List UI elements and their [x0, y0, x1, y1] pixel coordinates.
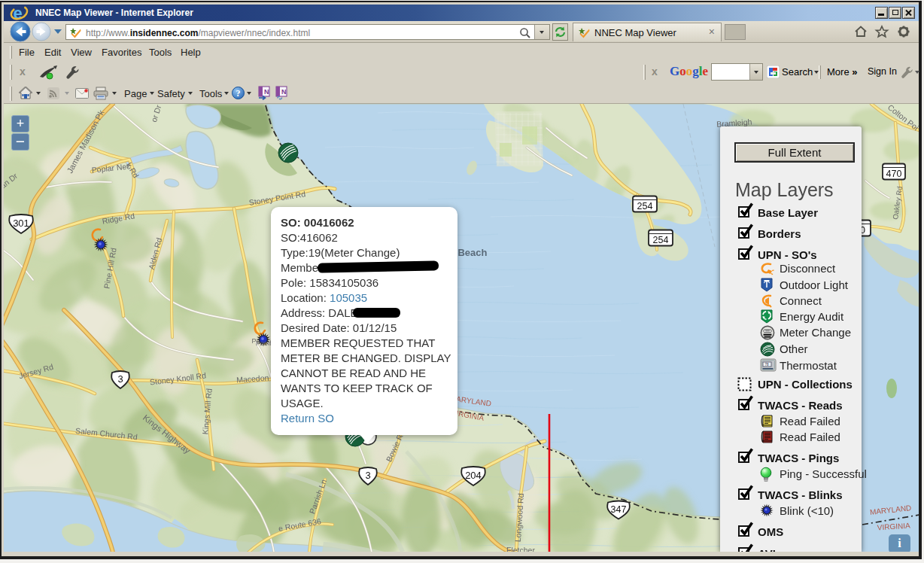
- svg-text:301: 301: [13, 218, 29, 229]
- svg-text:N: N: [281, 88, 287, 96]
- svg-text:N: N: [264, 88, 269, 96]
- svg-text:Beach: Beach: [457, 247, 487, 258]
- svg-text:254: 254: [637, 201, 653, 212]
- svg-text:999: 999: [765, 330, 770, 333]
- svg-text:?: ?: [236, 88, 241, 99]
- svg-text:Fletcher: Fletcher: [506, 546, 535, 552]
- svg-text:347: 347: [611, 504, 627, 515]
- svg-text:3: 3: [117, 373, 123, 385]
- svg-text:3: 3: [365, 470, 370, 481]
- svg-text:204: 204: [465, 470, 482, 481]
- svg-text:470: 470: [886, 169, 902, 179]
- svg-text:Pomf: Pomf: [256, 339, 272, 347]
- svg-text:78: 78: [764, 363, 769, 367]
- svg-text:254: 254: [653, 235, 669, 245]
